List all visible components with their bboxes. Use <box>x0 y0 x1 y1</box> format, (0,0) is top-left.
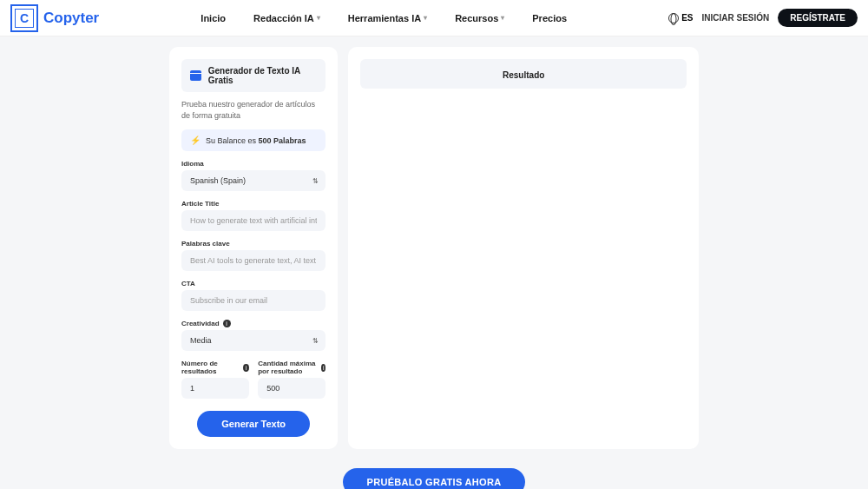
nav-recursos[interactable]: Recursos▾ <box>455 13 504 23</box>
generate-button[interactable]: Generar Texto <box>197 411 310 437</box>
nav-inicio-label: Inicio <box>201 13 226 23</box>
balance-box: ⚡ Su Balance es 500 Palabras <box>181 129 326 151</box>
try-free-button[interactable]: PRUÉBALO GRATIS AHORA <box>343 468 526 489</box>
nav-recursos-label: Recursos <box>455 13 498 23</box>
result-card: Resultado <box>348 47 699 449</box>
creativity-select[interactable]: Media <box>181 330 326 351</box>
results-group: Número de resultados i <box>181 360 249 399</box>
keywords-input[interactable] <box>181 250 326 271</box>
nav-precios[interactable]: Precios <box>532 13 567 23</box>
max-input[interactable] <box>258 378 326 399</box>
balance-prefix: Su Balance es <box>206 136 259 145</box>
chevron-down-icon: ▾ <box>317 14 320 22</box>
header: C Copyter Inicio Redacción IA▾ Herramien… <box>0 0 868 36</box>
bolt-icon: ⚡ <box>190 135 201 145</box>
max-label: Cantidad máxima por resultado <box>258 360 318 375</box>
nav: Inicio Redacción IA▾ Herramientas IA▾ Re… <box>201 13 567 23</box>
globe-icon <box>668 13 679 23</box>
result-header: Resultado <box>360 59 687 89</box>
nav-herramientas[interactable]: Herramientas IA▾ <box>348 13 427 23</box>
keywords-label: Palabras clave <box>181 240 326 248</box>
nav-precios-label: Precios <box>532 13 567 23</box>
info-icon[interactable]: i <box>223 320 231 327</box>
header-right: ES INICIAR SESIÓN REGÍSTRATE <box>668 9 858 27</box>
idioma-group: Idioma Spanish (Spain) ⇅ <box>181 160 326 191</box>
chevron-down-icon: ▾ <box>424 14 427 22</box>
balance-value: 500 Palabras <box>259 136 306 145</box>
nav-inicio[interactable]: Inicio <box>201 13 226 23</box>
brand-name: Copyter <box>43 10 99 27</box>
logo[interactable]: C Copyter <box>10 4 99 32</box>
logo-letter: C <box>15 9 34 28</box>
lang-selector[interactable]: ES <box>668 13 693 23</box>
chevron-down-icon: ▾ <box>501 14 504 22</box>
article-title-group: Article Title <box>181 200 326 231</box>
article-title-label: Article Title <box>181 200 326 208</box>
idioma-select[interactable]: Spanish (Spain) <box>181 170 326 191</box>
result-title: Resultado <box>503 70 544 80</box>
generator-header: Generador de Texto IA Gratis <box>181 59 326 92</box>
info-icon[interactable]: i <box>243 364 249 372</box>
results-input[interactable] <box>181 378 249 399</box>
cta-section: PRUÉBALO GRATIS AHORA <box>0 468 868 489</box>
results-label: Número de resultados <box>181 360 240 375</box>
lang-label: ES <box>681 13 693 23</box>
cta-group: CTA <box>181 280 326 311</box>
register-button[interactable]: REGÍSTRATE <box>778 9 858 27</box>
login-link[interactable]: INICIAR SESIÓN <box>701 13 769 23</box>
window-icon <box>190 70 201 81</box>
nav-herramientas-label: Herramientas IA <box>348 13 421 23</box>
cta-input[interactable] <box>181 290 326 311</box>
generator-card: Generador de Texto IA Gratis Prueba nues… <box>169 47 338 449</box>
max-group: Cantidad máxima por resultado i <box>258 360 326 399</box>
info-icon[interactable]: i <box>321 364 326 372</box>
cta-label: CTA <box>181 280 326 287</box>
generator-desc: Prueba nuestro generador de artículos de… <box>181 99 326 121</box>
nav-redaccion[interactable]: Redacción IA▾ <box>253 13 320 23</box>
creativity-label: Creatividad <box>181 320 220 327</box>
logo-icon: C <box>10 4 38 32</box>
generator-title: Generador de Texto IA Gratis <box>208 66 318 85</box>
article-title-input[interactable] <box>181 210 326 231</box>
balance-text: Su Balance es 500 Palabras <box>206 136 306 145</box>
creativity-group: Creatividad i Media ⇅ <box>181 320 326 351</box>
results-row: Número de resultados i Cantidad máxima p… <box>181 360 326 399</box>
nav-redaccion-label: Redacción IA <box>253 13 314 23</box>
idioma-label: Idioma <box>181 160 326 168</box>
main: Generador de Texto IA Gratis Prueba nues… <box>0 36 868 449</box>
keywords-group: Palabras clave <box>181 240 326 271</box>
